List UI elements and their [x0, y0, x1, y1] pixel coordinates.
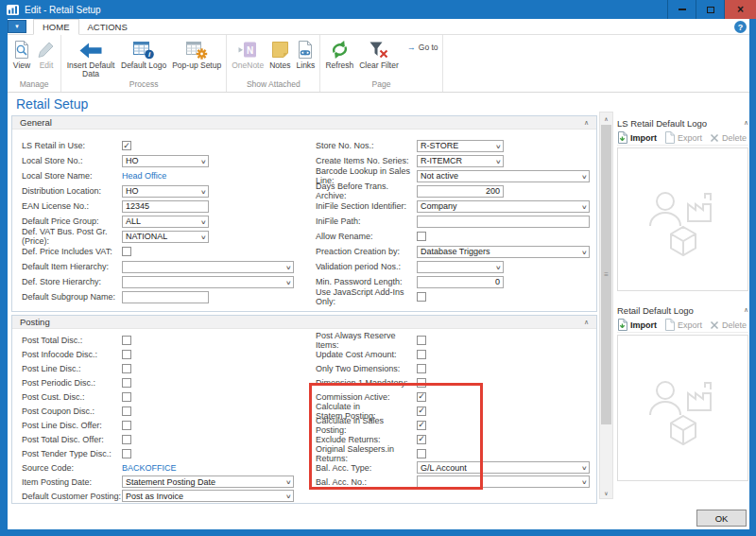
field-label: Calculate in Sales Posting: — [316, 416, 417, 435]
dropdown-value: R-STORE — [421, 141, 458, 150]
factbox-retail-default-logo: Retail Default Logo ∧ Import Export Dele… — [617, 303, 748, 481]
goto-button[interactable]: →Go to — [407, 43, 438, 52]
checkbox-def-price-includes-vat[interactable] — [122, 247, 131, 256]
checkbox-post-tender-type-disc[interactable] — [122, 449, 131, 458]
checkbox-calculate-in-sales-posting[interactable]: ✓ — [417, 421, 426, 430]
dropdown-bal-acc-no[interactable]: ∨ — [417, 475, 590, 488]
chevron-up-icon[interactable]: ∧ — [584, 119, 589, 127]
checkbox-commission-active[interactable]: ✓ — [417, 392, 426, 402]
checkbox-post-line-disc-offer[interactable] — [122, 421, 131, 430]
checkbox-post-always-reserve-items[interactable] — [417, 336, 426, 345]
ribbon-button-clear-filter[interactable]: Clear Filter — [356, 38, 402, 70]
dropdown-value: Company — [421, 201, 457, 211]
input-default-subgroup-name[interactable] — [122, 291, 209, 303]
checkbox-exclude-returns[interactable]: ✓ — [417, 435, 426, 444]
tab-home[interactable]: HOME — [33, 19, 79, 35]
dropdown-inifile-section-identifier[interactable]: Company∨ — [417, 200, 590, 213]
field-row-validation-period-nos: Validation period Nos.:∨ — [316, 259, 590, 274]
factbox-header[interactable]: Retail Default Logo ∧ — [617, 303, 748, 318]
link-local-store-name[interactable]: Head Office — [122, 171, 166, 181]
tab-actions[interactable]: ACTIONS — [79, 19, 136, 34]
clear-filter-icon — [368, 38, 389, 60]
input-ean-license-no[interactable]: 12345 — [122, 200, 209, 213]
dropdown-default-customer-posting[interactable]: Post as Invoice∨ — [122, 490, 294, 502]
link-source-code[interactable]: BACKOFFICE — [122, 463, 177, 473]
checkbox-allow-rename[interactable] — [417, 232, 426, 241]
input-min-password-length[interactable]: 0 — [417, 276, 504, 288]
ribbon-button-pop-up-setup[interactable]: Pop-up Setup — [169, 38, 224, 70]
dropdown-create-items-no-series[interactable]: R-ITEMCR∨ — [417, 155, 504, 167]
ribbon-group-manage: ViewEditManage — [8, 35, 61, 92]
checkbox-post-total-disc-offer[interactable] — [122, 435, 131, 444]
dropdown-preaction-creation-by[interactable]: Database Triggers∨ — [417, 246, 590, 258]
pencil-icon — [37, 38, 56, 60]
field-row-only-two-dimensions: Only Two Dimensions: — [316, 361, 590, 375]
chevron-up-icon[interactable]: ∧ — [744, 119, 748, 127]
chevron-up-icon[interactable]: ∧ — [584, 319, 589, 326]
checkbox-calculate-in-statem-posting[interactable]: ✓ — [417, 406, 426, 416]
ribbon-button-label: Default Logo — [121, 61, 166, 70]
ribbon-button-refresh[interactable]: Refresh — [322, 38, 356, 70]
application-menu-button[interactable]: ▼ — [8, 20, 26, 33]
dropdown-def-store-hierarchy[interactable]: ∨ — [122, 276, 294, 288]
dropdown-store-no-nos[interactable]: R-STORE∨ — [417, 140, 504, 152]
input-inifile-path[interactable] — [417, 216, 590, 228]
dropdown-default-item-hierarchy[interactable]: ∨ — [122, 261, 294, 273]
chevron-up-icon[interactable]: ∧ — [744, 306, 748, 314]
checkmark-icon: ✓ — [418, 406, 425, 415]
delete-button: Delete — [710, 320, 747, 330]
scroll-up-icon[interactable]: ∧ — [600, 112, 612, 124]
factbox-toolbar: Import Export Delete — [617, 318, 748, 333]
section-header-general[interactable]: General ∧ — [12, 116, 596, 130]
field-row-preaction-creation-by: Preaction Creation by:Database Triggers∨ — [316, 244, 590, 259]
ribbon-button-label: Insert Default Data — [66, 61, 115, 78]
scroll-down-icon[interactable]: ∨ — [600, 487, 612, 498]
minimize-button[interactable] — [667, 0, 696, 19]
dropdown-distribution-location[interactable]: HO∨ — [122, 185, 209, 198]
ribbon-button-notes[interactable]: Notes — [266, 38, 293, 70]
dropdown-local-store-no[interactable]: HO∨ — [122, 155, 209, 167]
ribbon-button-default-logo[interactable]: iDefault Logo — [118, 38, 169, 70]
checkbox-post-total-disc[interactable] — [122, 336, 131, 345]
checkbox-post-line-disc[interactable] — [122, 364, 131, 373]
checkbox-post-periodic-disc[interactable] — [122, 378, 131, 388]
checkbox-dimension-1-mandatory[interactable] — [417, 378, 426, 388]
ribbon-button-view[interactable]: View — [9, 38, 34, 70]
dropdown-def-vat-bus-post-gr-price[interactable]: NATIONAL∨ — [122, 231, 209, 243]
input-days-before-trans-archive[interactable]: 200 — [417, 185, 504, 198]
ribbon-button-label: Notes — [269, 61, 290, 70]
checkbox-original-salespers-in-returns[interactable] — [417, 449, 426, 458]
factbox-header[interactable]: LS Retail Default Logo ∧ — [617, 115, 748, 130]
checkbox-ls-retail-in-use[interactable]: ✓ — [122, 141, 131, 150]
checkbox-post-cust-disc[interactable] — [122, 392, 131, 402]
checkbox-only-two-dimensions[interactable] — [417, 364, 426, 373]
import-button[interactable]: Import — [617, 131, 657, 144]
chevron-down-icon: ▼ — [14, 24, 20, 29]
vertical-scrollbar[interactable]: ∧ ≡ ∨ — [599, 112, 613, 499]
ribbon-button-links[interactable]: Links — [293, 38, 318, 70]
person-factory-cube-icon — [643, 178, 724, 261]
field-label: Post Total Disc.: — [22, 336, 122, 345]
import-button[interactable]: Import — [617, 319, 657, 331]
checkbox-post-infocode-disc[interactable] — [122, 350, 131, 359]
dropdown-validation-period-nos[interactable]: ∨ — [417, 261, 504, 273]
ribbon-button-label: Refresh — [325, 61, 353, 70]
help-icon[interactable]: ? — [734, 21, 747, 33]
field-row-ls-retail-in-use: LS Retail in Use:✓ — [22, 138, 294, 153]
chevron-down-icon: ∨ — [284, 279, 291, 285]
dropdown-bal-acc-type[interactable]: G/L Account∨ — [417, 461, 590, 474]
checkbox-post-coupon-disc[interactable] — [122, 406, 131, 416]
refresh-icon — [329, 38, 351, 60]
dropdown-barcode-lookup-in-sales-line[interactable]: Not active∨ — [417, 170, 590, 182]
dropdown-item-posting-date[interactable]: Statement Posting Date∨ — [122, 475, 294, 488]
ok-button[interactable]: OK — [696, 510, 747, 527]
section-header-posting[interactable]: Posting ∧ — [12, 316, 596, 329]
ribbon-button-insert-default-data[interactable]: Insert Default Data — [63, 38, 118, 78]
close-button[interactable]: × — [724, 0, 756, 19]
dropdown-default-price-group[interactable]: ALL∨ — [122, 216, 209, 228]
checkbox-update-cost-amount[interactable] — [417, 350, 426, 359]
scrollbar-thumb[interactable]: ≡ — [601, 125, 611, 424]
field-row-bal-acc-type: Bal. Acc. Type:G/L Account∨ — [316, 460, 590, 475]
checkbox-use-javascript-add-ins-only[interactable] — [417, 292, 426, 302]
maximize-button[interactable] — [696, 0, 724, 19]
